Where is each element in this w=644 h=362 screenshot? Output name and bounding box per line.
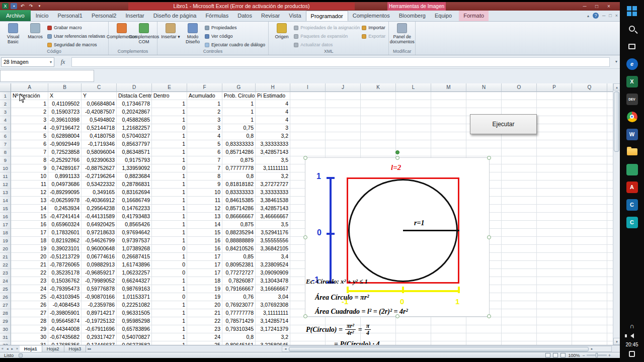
workbook-restore-button[interactable]: □ [609,13,611,18]
cell-Q29[interactable] [572,317,607,325]
col-header-Q[interactable]: Q [572,83,607,92]
cell-M8[interactable] [431,148,466,156]
cell-Q27[interactable] [572,301,607,309]
tab-formato[interactable]: Formato [459,11,489,21]
cell-G21[interactable]: 0,85 [222,253,256,261]
cell-F11[interactable]: 8 [187,172,222,180]
cell-Q18[interactable] [572,229,607,237]
cell-H6[interactable]: 3,2 [256,132,290,140]
zoom-slider[interactable]: − + [582,353,611,358]
cell-H27[interactable]: 3,07692308 [256,301,290,309]
cell-Q6[interactable] [572,132,607,140]
cell-R6[interactable] [607,132,613,140]
cell-N2[interactable] [466,100,502,108]
cell-D17[interactable]: 0,8565426 [117,221,152,229]
cell-H11[interactable]: 3,2 [256,172,290,180]
cell-O1[interactable] [502,92,537,100]
cell-Q1[interactable] [572,92,607,100]
cell-Q31[interactable] [572,333,607,341]
col-header-K[interactable]: K [361,83,396,92]
tab-revisar[interactable]: Revisar [257,11,284,21]
cell-E12[interactable]: 1 [152,180,187,189]
cell-K8[interactable] [361,148,396,156]
cell-G3[interactable]: 1 [222,108,256,116]
cell-F9[interactable]: 7 [187,156,222,164]
cell-H1[interactable]: Pi Estimado [256,92,290,100]
selection-handle[interactable] [487,235,491,239]
cell-I2[interactable] [290,100,326,108]
row-header-10[interactable]: 10 [0,164,11,172]
cell-O28[interactable] [502,309,537,317]
col-header-J[interactable]: J [326,83,361,92]
cell-G12[interactable]: 0,81818182 [222,180,256,189]
col-header-H[interactable]: H [256,83,290,92]
cell-J4[interactable] [326,116,361,124]
cell-C29[interactable]: -0,19725132 [82,317,117,325]
cell-A4[interactable]: 3 [11,116,48,124]
cell-J6[interactable] [326,132,361,140]
row-header-6[interactable]: 6 [0,132,11,140]
search-icon[interactable] [626,23,638,35]
cell-R24[interactable] [607,277,613,285]
task-view-icon[interactable] [626,40,638,52]
cell-C16[interactable]: -0,44131589 [82,213,117,221]
cell-D25[interactable]: 0,98769163 [117,285,152,293]
cell-J3[interactable] [326,108,361,116]
cell-O20[interactable] [502,245,537,253]
help-icon[interactable]: ? [593,13,599,19]
row-header-24[interactable]: 24 [0,277,11,285]
cell-H18[interactable]: 3,52941176 [256,229,290,237]
row-header-15[interactable]: 15 [0,205,11,213]
cell-B28[interactable]: -0,39805901 [48,309,82,317]
tab-programador[interactable]: Programador [306,11,348,21]
cell-H22[interactable]: 3,23809524 [256,261,290,269]
cell-O12[interactable] [502,180,537,189]
cell-O21[interactable] [502,253,537,261]
cell-G14[interactable]: 0,84615385 [222,197,256,205]
cell-R28[interactable] [607,309,613,317]
cell-G17[interactable]: 0,875 [222,221,256,229]
cell-C7[interactable]: -0,1719346 [82,140,117,148]
cell-H21[interactable]: 3,4 [256,253,290,261]
col-header-G[interactable]: G [222,83,256,92]
cell-B2[interactable]: 0,41109502 [48,100,82,108]
col-header-P[interactable]: P [537,83,572,92]
cell-R1[interactable] [607,92,613,100]
cell-M4[interactable] [431,116,466,124]
modo-diseno-button[interactable]: Modo Diseño [182,23,204,45]
cell-D7[interactable]: 0,85637797 [117,140,152,148]
cell-C3[interactable]: -0,42087507 [82,108,117,116]
cell-A18[interactable]: 17 [11,229,48,237]
green-app-icon[interactable] [626,163,638,175]
cell-A12[interactable]: 11 [11,180,48,189]
row-header-9[interactable]: 9 [0,156,11,164]
cell-R13[interactable] [607,189,613,197]
cell-F14[interactable]: 11 [187,197,222,205]
cell-P15[interactable] [537,205,572,213]
formula-input[interactable] [71,57,610,67]
cell-A16[interactable]: 15 [11,213,48,221]
tab-bloomberg[interactable]: Bloomberg [394,11,430,21]
maximize-button[interactable]: □ [593,3,601,10]
expand-formula-bar-icon[interactable]: ▾ [615,59,617,64]
cell-C20[interactable]: 0,96000648 [82,245,117,253]
cell-C28[interactable]: 0,89714217 [82,309,117,317]
cell-G9[interactable]: 0,875 [222,156,256,164]
cell-E17[interactable]: 1 [152,221,187,229]
cell-F19[interactable]: 16 [187,237,222,245]
cell-B12[interactable]: 0,04973686 [48,180,82,189]
cell-A10[interactable]: 9 [11,164,48,172]
cell-F18[interactable]: 15 [187,229,222,237]
cell-M30[interactable] [431,325,466,333]
cell-O7[interactable] [502,140,537,148]
cell-L29[interactable] [396,317,431,325]
tab-insertar[interactable]: Insertar [121,11,148,21]
dev-app-icon[interactable]: DEV [626,93,638,105]
cell-P25[interactable] [537,285,572,293]
cell-D19[interactable]: 0,97397537 [117,237,152,245]
cell-H19[interactable]: 3,55555556 [256,237,290,245]
cell-Q17[interactable] [572,221,607,229]
sheet-tab-hoja1[interactable]: Hoja1 [20,345,42,352]
cell-A17[interactable]: 16 [11,221,48,229]
cell-G15[interactable]: 0,85714286 [222,205,256,213]
